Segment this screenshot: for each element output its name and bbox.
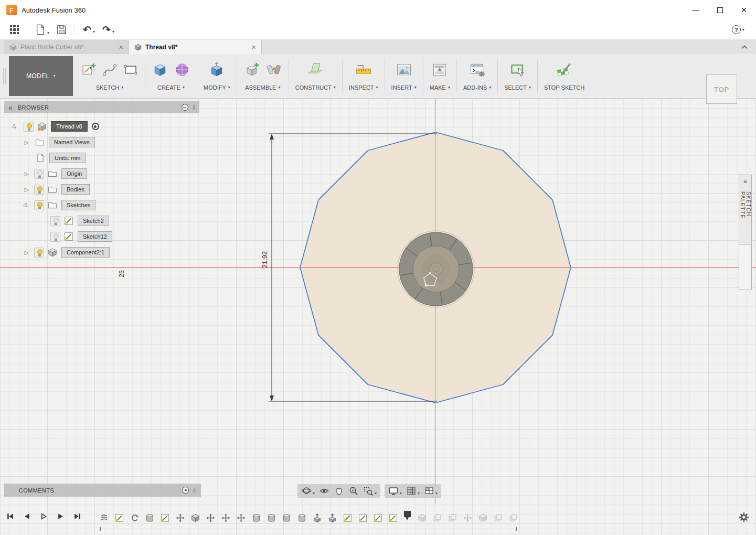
zoom-button[interactable] [348, 486, 359, 496]
visibility-bulb-icon[interactable] [34, 169, 44, 179]
redo-button[interactable]: ↷ ▾ [99, 24, 118, 36]
panel-grip[interactable]: ‖ [193, 487, 196, 494]
visibility-bulb-icon[interactable] [34, 248, 44, 258]
timeline-feature-sketch[interactable] [388, 512, 398, 523]
timeline-feature-copy[interactable] [493, 512, 503, 523]
sketch-dropdown[interactable]: SKETCH▾ [96, 84, 124, 91]
timeline-feature-cylinder[interactable] [296, 512, 307, 523]
maximize-button[interactable] [708, 0, 732, 20]
timeline-track[interactable] [100, 529, 517, 529]
timeline-feature-move[interactable] [220, 512, 231, 523]
inspect-dropdown[interactable]: INSPECT▾ [349, 84, 378, 91]
rectangle-tool-button[interactable] [123, 62, 139, 78]
select-dropdown[interactable]: SELECT▾ [504, 84, 531, 91]
browser-item-label[interactable]: Thread v8 [51, 121, 88, 132]
collapse-panel-icon[interactable]: « [8, 104, 13, 111]
browser-item-label[interactable]: Bodies [61, 184, 90, 195]
timeline-feature-cylinder[interactable] [144, 512, 155, 523]
workspace-selector[interactable]: MODEL ▾ [9, 56, 73, 96]
timeline-feature-move[interactable] [462, 512, 473, 523]
go-to-end-button[interactable] [73, 512, 81, 520]
browser-item-label[interactable]: Named Views [49, 137, 95, 147]
timeline-feature-extrude[interactable] [312, 512, 322, 523]
zoom-window-button[interactable]: ▾ [363, 486, 377, 496]
create-dropdown[interactable]: CREATE▾ [157, 84, 185, 91]
tab-plastic-bottle-cutter[interactable]: Platic Bottle Cutter v8* × [4, 40, 129, 54]
viewport-canvas[interactable]: 21.92 25 « BROWSER ‖ ▷ Thread v8 [0, 99, 756, 535]
timeline-feature-sketch[interactable] [372, 512, 383, 523]
stop-sketch-button[interactable] [556, 61, 573, 79]
sketch-palette-tab[interactable]: « SKETCH PALETTE [739, 175, 752, 290]
undo-button[interactable]: ↶ ▾ [79, 24, 99, 36]
scripts-addins-button[interactable] [469, 61, 486, 78]
expanded-arrow-icon[interactable]: ▷ [22, 201, 31, 210]
timeline-feature-box[interactable] [477, 512, 488, 523]
timeline-feature-extrude[interactable] [327, 512, 337, 523]
press-pull-button[interactable] [208, 61, 225, 78]
go-to-start-button[interactable] [6, 512, 14, 520]
comments-bar[interactable]: « COMMENTS ‖ [4, 484, 201, 497]
timeline-feature-sketch[interactable] [114, 512, 124, 523]
insert-canvas-button[interactable] [396, 61, 412, 78]
create-box-button[interactable] [152, 61, 168, 78]
file-menu-button[interactable]: ▾ [31, 22, 53, 37]
timeline-feature-cylinder[interactable] [281, 512, 292, 523]
joint-button[interactable] [265, 61, 282, 78]
timeline-feature-copy[interactable] [432, 512, 442, 523]
save-button[interactable] [53, 23, 70, 36]
remove-icon[interactable] [182, 104, 188, 111]
help-button[interactable]: ? ▾ [732, 25, 750, 34]
look-at-button[interactable] [319, 486, 329, 496]
timeline-feature-copy[interactable] [508, 512, 518, 523]
timeline-feature-move[interactable] [205, 512, 216, 523]
expanded-arrow-icon[interactable]: ▷ [10, 122, 19, 131]
insert-dropdown[interactable]: INSERT▾ [391, 84, 417, 91]
timeline-feature-move[interactable] [175, 512, 185, 523]
collapse-toolbar-button[interactable] [733, 40, 756, 54]
view-cube[interactable]: TOP [706, 74, 737, 104]
dimension-value-25[interactable]: 25 [118, 270, 125, 277]
toolbar-grip[interactable] [3, 68, 6, 84]
palette-scrollbar[interactable] [739, 244, 751, 290]
close-button[interactable]: × [732, 0, 756, 20]
play-back-button[interactable] [40, 512, 48, 520]
close-tab-icon[interactable]: × [119, 43, 123, 51]
construct-dropdown[interactable]: CONSTRUCT▾ [295, 84, 336, 91]
visibility-bulb-icon[interactable] [24, 122, 34, 132]
collapsed-arrow-icon[interactable]: ▷ [23, 187, 30, 192]
collapsed-arrow-icon[interactable]: ▷ [23, 171, 30, 177]
dimension-value[interactable]: 21.92 [261, 251, 269, 269]
grid-settings-button[interactable]: ▾ [406, 486, 420, 496]
close-tab-icon[interactable]: × [252, 43, 256, 51]
browser-item-label[interactable]: Component2:1 [61, 247, 110, 258]
visibility-bulb-icon[interactable] [34, 185, 44, 195]
timeline-feature-sketch[interactable] [357, 512, 368, 523]
step-back-button[interactable] [23, 512, 31, 520]
timeline-feature-move[interactable] [236, 512, 246, 523]
browser-item-label[interactable]: Sketch12 [78, 231, 112, 242]
new-component-button[interactable] [243, 61, 260, 78]
select-button[interactable] [509, 61, 526, 78]
browser-item-label[interactable]: Units: mm [49, 153, 86, 163]
timeline-feature-box[interactable] [190, 512, 200, 523]
timeline-feature-coil[interactable] [99, 512, 109, 523]
tab-thread-v8[interactable]: Thread v8* × [129, 40, 262, 54]
timeline-feature-revolve[interactable] [129, 512, 140, 523]
create-sketch-button[interactable] [81, 62, 97, 78]
timeline-feature-sketch[interactable] [342, 512, 353, 523]
visibility-bulb-icon[interactable] [34, 200, 44, 210]
timeline-feature-cylinder[interactable] [251, 512, 261, 523]
collapsed-arrow-icon[interactable]: ▷ [23, 250, 30, 255]
browser-item-label[interactable]: Sketches [61, 200, 95, 210]
browser-header[interactable]: « BROWSER ‖ [4, 101, 199, 113]
create-form-button[interactable] [174, 61, 190, 78]
app-launcher-button[interactable] [6, 24, 23, 36]
visibility-bulb-icon[interactable] [50, 232, 60, 242]
viewports-button[interactable]: ▾ [424, 486, 438, 496]
activate-component-radio[interactable] [92, 123, 99, 130]
display-settings-button[interactable]: ▾ [388, 486, 402, 496]
expand-comments-icon[interactable] [182, 487, 189, 494]
spline-button[interactable] [102, 62, 118, 78]
stop-sketch-label[interactable]: STOP SKETCH [544, 84, 584, 91]
modify-dropdown[interactable]: MODIFY▾ [204, 84, 230, 91]
